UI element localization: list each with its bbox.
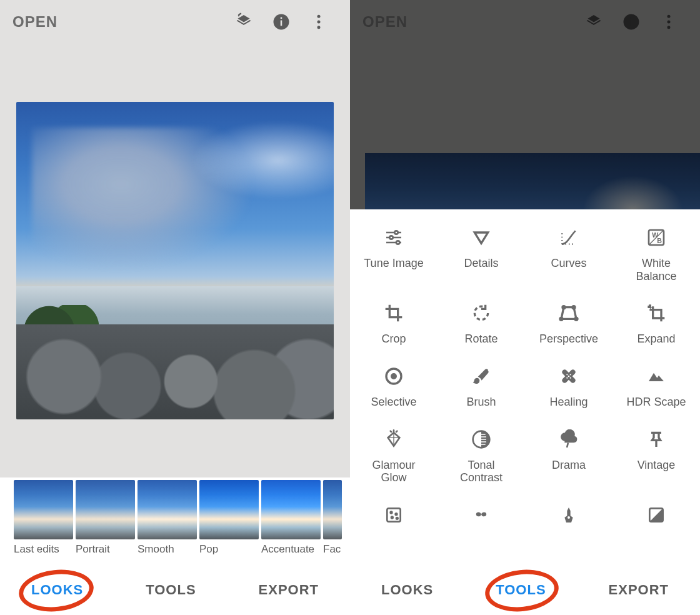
svg-rect-7 <box>631 21 632 26</box>
tool-tonal-contrast[interactable]: Tonal Contrast <box>438 418 525 493</box>
tool-label: Vintage <box>638 459 676 472</box>
tab-export[interactable]: EXPORT <box>609 582 669 598</box>
tool-grainy-film[interactable] <box>350 493 438 543</box>
svg-point-19 <box>572 306 575 309</box>
tool-healing[interactable]: Healing <box>525 354 612 418</box>
mustache-icon <box>471 504 492 526</box>
svg-point-20 <box>560 318 562 321</box>
photo-canvas-area <box>0 44 350 478</box>
tool-drama[interactable]: Drama <box>525 418 612 493</box>
main-photo[interactable] <box>16 102 334 419</box>
look-thumb-accentuate[interactable]: Accentuate <box>261 480 321 556</box>
svg-point-30 <box>566 378 568 379</box>
look-thumb-pop[interactable]: Pop <box>199 480 259 556</box>
bottom-tabs: LOOKS TOOLS EXPORT <box>0 565 350 615</box>
tool-crop[interactable]: Crop <box>350 291 438 354</box>
svg-rect-32 <box>387 508 400 521</box>
svg-point-23 <box>392 374 396 379</box>
svg-point-18 <box>562 306 565 309</box>
open-button[interactable]: OPEN <box>362 13 408 31</box>
wb-icon: WB <box>646 227 667 248</box>
tool-perspective[interactable]: Perspective <box>525 291 612 354</box>
svg-point-33 <box>391 512 392 514</box>
svg-point-28 <box>570 378 571 379</box>
bandage-icon <box>558 366 579 387</box>
tool-rotate[interactable]: Rotate <box>438 291 525 354</box>
tab-looks[interactable]: LOOKS <box>31 582 83 598</box>
tab-tools[interactable]: TOOLS <box>496 582 546 598</box>
cloud-rain-icon <box>558 429 579 450</box>
tool-tune-image[interactable]: Tune Image <box>350 216 438 291</box>
svg-rect-2 <box>281 18 282 19</box>
svg-point-5 <box>318 26 321 29</box>
info-icon[interactable] <box>262 12 300 31</box>
svg-point-12 <box>394 231 398 234</box>
look-thumb-partial[interactable]: Fac <box>323 480 342 556</box>
pushpin-icon <box>646 429 667 450</box>
svg-rect-1 <box>281 21 282 26</box>
perspective-icon <box>558 302 579 324</box>
guitar-icon <box>558 504 579 526</box>
look-label: Portrait <box>76 543 135 556</box>
tool-expand[interactable]: Expand <box>612 291 700 354</box>
svg-rect-8 <box>631 18 632 19</box>
grain-icon <box>383 504 404 526</box>
bottom-tabs: LOOKS TOOLS EXPORT <box>350 565 700 615</box>
contrast-icon <box>471 429 492 450</box>
tool-label: HDR Scape <box>626 396 686 409</box>
tool-white-balance[interactable]: WBWhite Balance <box>612 216 700 291</box>
svg-point-37 <box>568 516 570 519</box>
brush-icon <box>471 366 492 387</box>
svg-point-3 <box>318 15 321 18</box>
svg-point-27 <box>566 374 568 375</box>
tools-panel: Tune Image Details Curves WBWhite Balanc… <box>350 209 700 565</box>
look-label: Pop <box>199 543 259 556</box>
tab-tools[interactable]: TOOLS <box>146 582 196 598</box>
svg-point-21 <box>575 318 578 321</box>
more-icon[interactable] <box>300 12 338 31</box>
tool-label: Crop <box>381 332 406 346</box>
tab-looks[interactable]: LOOKS <box>381 582 433 598</box>
tool-bw[interactable] <box>612 493 700 543</box>
look-thumb-last-edits[interactable]: Last edits <box>14 480 73 556</box>
tool-brush[interactable]: Brush <box>438 354 525 418</box>
layers-icon[interactable] <box>225 12 262 31</box>
svg-point-14 <box>396 241 399 244</box>
svg-text:B: B <box>657 237 662 244</box>
tool-label: Tune Image <box>364 257 423 270</box>
tool-glamour-glow[interactable]: Glamour Glow <box>350 418 438 493</box>
tool-label: Selective <box>371 396 416 409</box>
tool-label: Details <box>464 257 498 270</box>
tool-label: Rotate <box>464 332 498 346</box>
open-button[interactable]: OPEN <box>12 13 58 31</box>
dimmed-photo <box>365 153 700 209</box>
crop-icon <box>383 302 404 324</box>
tool-vintage[interactable]: Vintage <box>612 418 700 493</box>
tool-details[interactable]: Details <box>438 216 525 291</box>
tool-curves[interactable]: Curves <box>525 216 612 291</box>
info-icon[interactable] <box>612 12 650 31</box>
svg-point-29 <box>570 374 571 375</box>
sliders-icon <box>383 227 404 248</box>
tool-selective[interactable]: Selective <box>350 354 438 418</box>
bw-square-icon <box>646 504 667 526</box>
tool-label: Brush <box>466 396 496 409</box>
tab-export[interactable]: EXPORT <box>259 582 319 598</box>
more-icon[interactable] <box>650 12 688 31</box>
svg-point-9 <box>668 15 671 18</box>
tool-label: Drama <box>552 459 586 472</box>
look-thumb-smooth[interactable]: Smooth <box>138 480 197 556</box>
tool-label: Curves <box>551 257 586 270</box>
tool-label: Healing <box>549 396 588 409</box>
target-icon <box>383 366 404 387</box>
look-label: Last edits <box>14 543 73 556</box>
tool-grunge[interactable] <box>525 493 612 543</box>
tool-retrolux[interactable] <box>438 493 525 543</box>
svg-point-36 <box>396 518 398 519</box>
tool-hdr-scape[interactable]: HDR Scape <box>612 354 700 418</box>
layers-icon[interactable] <box>575 12 612 31</box>
svg-point-13 <box>389 236 392 239</box>
screen-tools: OPEN Tune Image Details Curves WBWhite B… <box>350 0 700 615</box>
look-thumb-portrait[interactable]: Portrait <box>76 480 135 556</box>
screen-looks: OPEN Last edits Portrait Smooth Pop <box>0 0 350 615</box>
